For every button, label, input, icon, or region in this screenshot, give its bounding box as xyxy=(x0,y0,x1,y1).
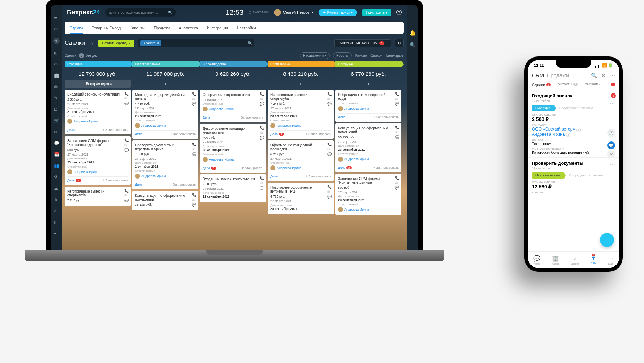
plus-icon[interactable]: + xyxy=(54,231,59,236)
tasks-link[interactable]: Дела2 xyxy=(338,166,352,169)
responsible-person[interactable]: Андреева Ирина xyxy=(135,123,196,128)
phone-tab-deals[interactable]: Сделки3 xyxy=(532,82,551,90)
deal-card[interactable]: 📞✉💬Входящий звонок, консультация2 500 ру… xyxy=(65,90,131,134)
phone-more-icon[interactable]: ⋯ xyxy=(610,73,615,78)
responsible-person[interactable]: Андреева Ирина xyxy=(135,174,196,179)
chat-icon[interactable]: 💬 xyxy=(260,186,264,190)
plan-link[interactable]: + Запланировать xyxy=(170,132,196,136)
plan-link[interactable]: + Запланировать xyxy=(373,166,399,169)
chat-icon[interactable]: 💬 xyxy=(192,203,196,207)
phone-nav-item[interactable]: ▼CRM5 xyxy=(591,255,596,265)
phone-icon[interactable]: 📞 xyxy=(192,92,196,96)
chat-icon[interactable]: 💬 xyxy=(327,102,332,106)
column-header[interactable]: Произведено xyxy=(268,61,334,67)
phone-nav-item[interactable]: 💬Чаты xyxy=(533,255,540,265)
responsible-person[interactable]: Андреева Ирина xyxy=(270,165,331,170)
phone-icon[interactable]: 📞 xyxy=(395,176,399,180)
responsible-person[interactable]: Андреева Ирина xyxy=(270,123,331,128)
mail-icon[interactable]: ✉ xyxy=(395,131,399,134)
mail-icon[interactable]: ✉ xyxy=(395,181,399,185)
chat-icon[interactable]: 💬 xyxy=(395,186,399,190)
phone-deal-card[interactable]: 1 Входящий звонок 17 сентября ⋯ Входящие… xyxy=(528,90,619,158)
chat-icon[interactable]: 💬 xyxy=(607,141,615,149)
filter-tag[interactable]: В работе xyxy=(140,40,161,46)
deal-card[interactable]: 📞✉💬Заполнение CRM-формы "Контактные данн… xyxy=(65,136,131,185)
company-link[interactable]: ООО «Свежий ветер»i xyxy=(532,127,615,132)
fab-add-button[interactable]: + xyxy=(600,233,614,247)
chat-icon[interactable]: 💬 xyxy=(192,102,196,106)
mail-icon[interactable]: ✉ xyxy=(124,97,129,101)
column-header[interactable]: В производстве xyxy=(200,61,266,67)
deal-card[interactable]: 📞✉💬Меню для пиццерии: дизайн и печать4 4… xyxy=(132,90,198,139)
chat-icon[interactable]: 💬 xyxy=(54,141,59,146)
phone-icon[interactable]: 📞 xyxy=(124,189,129,193)
print-icon[interactable]: 🖶 xyxy=(54,84,59,89)
phone-tabs-more[interactable]: » 1 xyxy=(607,82,615,88)
mail-icon[interactable]: ✉ xyxy=(54,129,59,134)
phone-icon[interactable]: 📞 xyxy=(327,185,332,189)
plan-link[interactable]: + Запланировать xyxy=(306,175,331,178)
phone-tab-contacts[interactable]: Контакты1 xyxy=(556,82,578,88)
tree-icon[interactable]: ⋔ xyxy=(54,197,59,202)
phone-nav-item[interactable]: 🏢Офис xyxy=(552,255,559,265)
star-icon[interactable]: ☆ xyxy=(89,40,94,47)
more-icon[interactable]: ⋯ xyxy=(609,161,615,168)
deal-card[interactable]: 📞✉💬Входящий звонок, консультация2 500 ру… xyxy=(200,174,266,202)
view-calendar[interactable]: Календарь xyxy=(386,54,404,58)
phone-tab-companies[interactable]: Компании xyxy=(583,82,601,88)
responsible-person[interactable]: Андреева Ирина xyxy=(203,157,263,162)
phone-icon[interactable]: 📞 xyxy=(395,92,399,96)
deal-card[interactable]: 📞✉💬Новогоднее оформление витрины в ТРЦ4 … xyxy=(268,183,334,214)
stage-tag[interactable]: Входящие xyxy=(532,105,554,111)
mobile-icon[interactable]: ▯ xyxy=(54,220,59,225)
window-icon[interactable]: ▭ xyxy=(54,62,59,67)
work-status[interactable]: РАБОТАЮ xyxy=(249,11,269,14)
add-card-button[interactable]: + xyxy=(335,80,401,88)
nav-tab-integrations[interactable]: Интеграции xyxy=(207,26,228,30)
nav-tab-sales[interactable]: Продажи xyxy=(154,26,170,30)
deal-card[interactable]: 📞✉💬Изготовление вывески спортклуба7 246 … xyxy=(268,90,334,139)
mail-icon[interactable]: ✉ xyxy=(192,147,196,151)
user-menu[interactable]: Сергей Петров▾ xyxy=(274,9,313,16)
plan-link[interactable]: + Запланировать xyxy=(170,183,196,186)
phone-icon[interactable]: 📞 xyxy=(260,176,264,180)
phone-icon[interactable]: 📞 xyxy=(260,92,264,96)
mail-icon[interactable]: ✉ xyxy=(607,150,615,158)
responsible-person[interactable]: Андреева Ирина xyxy=(67,119,128,124)
phone-nav-item[interactable]: ✓Задачи xyxy=(571,255,579,265)
tasks-link[interactable]: Дела xyxy=(270,175,278,178)
plan-link[interactable]: + Запланировать xyxy=(238,116,263,119)
chat-icon[interactable]: 💬 xyxy=(395,102,399,106)
building-icon[interactable]: 🏢 xyxy=(54,73,59,78)
tasks-link[interactable]: Дела xyxy=(67,128,75,132)
tasks-link[interactable]: Дела xyxy=(338,115,345,119)
person-link[interactable]: Андреева Иринаi xyxy=(532,132,615,137)
create-deal-button[interactable]: Создать сделку xyxy=(98,40,134,47)
deal-card[interactable]: 📞✉💬Декорирование площадки мероприятия400… xyxy=(200,124,266,173)
invite-button[interactable]: Пригласить ▾ xyxy=(362,9,391,16)
direction-dropdown[interactable]: НАПРАВЛЕНИЕ БИЗНЕСА 5 ▾ xyxy=(334,39,391,47)
deal-card[interactable]: 📞✉💬Ребрендинг школы верховой ездыОтветст… xyxy=(335,90,401,122)
phone-deal-card[interactable]: Проверить документы 17 сентября ⋯ На сог… xyxy=(528,158,619,197)
deal-card[interactable]: 📞✉💬Консультация по оформлению помещений3… xyxy=(335,123,401,172)
tasks-link[interactable]: Дела1 xyxy=(203,166,216,170)
mail-icon[interactable]: ✉ xyxy=(395,97,399,101)
tasks-link[interactable]: Дела xyxy=(203,116,210,119)
stage-tag[interactable]: На согласование xyxy=(532,172,564,179)
refresh-icon[interactable]: ↻ xyxy=(54,96,59,101)
filter-icon[interactable]: ▼ xyxy=(53,38,60,44)
tasks-link[interactable]: Дела xyxy=(135,183,142,186)
responsible-person[interactable]: Андреева Ирина xyxy=(338,157,399,162)
chat-icon[interactable]: 💬 xyxy=(260,102,264,106)
plan-link[interactable]: + Запланировать xyxy=(373,115,399,119)
plan-link[interactable]: + Запланировать xyxy=(103,179,128,182)
plan-link[interactable]: + Запланировать xyxy=(238,166,263,170)
nav-tab-analytics[interactable]: Аналитика xyxy=(179,26,198,30)
cloud-icon[interactable]: ☁ xyxy=(54,186,59,191)
add-card-button[interactable]: + xyxy=(200,80,266,88)
phone-icon[interactable]: 📞 xyxy=(192,143,196,146)
add-card-button[interactable]: + xyxy=(132,80,198,88)
phone-search-icon[interactable]: 🔍 xyxy=(591,73,597,78)
help-icon[interactable]: ? xyxy=(396,10,402,15)
mail-icon[interactable]: ✉ xyxy=(124,143,129,147)
